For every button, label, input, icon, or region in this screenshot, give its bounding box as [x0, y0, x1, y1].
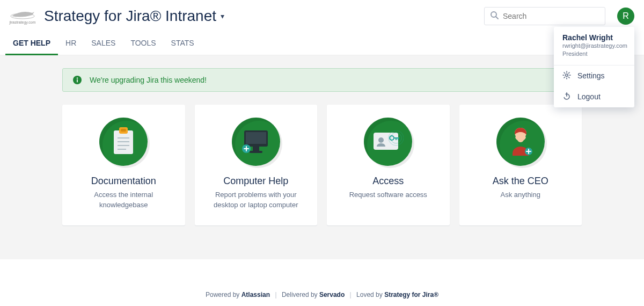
logo-icon: jirastrategy.com — [5, 5, 40, 27]
svg-point-27 — [389, 130, 404, 145]
user-menu: Rachel Wright rwright@jirastrategy.com P… — [554, 27, 634, 107]
svg-rect-11 — [121, 129, 126, 132]
site-title-text: Strategy for Jira® Intranet — [44, 8, 216, 25]
user-name: Rachel Wright — [562, 33, 626, 42]
svg-line-2 — [496, 17, 498, 19]
tab-stats[interactable]: STATS — [164, 34, 202, 55]
svg-point-23 — [390, 136, 394, 140]
footer: Powered by Atlassian | Delivered by Serv… — [0, 291, 644, 298]
search-icon — [490, 11, 499, 21]
svg-point-22 — [378, 137, 384, 143]
banner-text: We're upgrading Jira this weekend! — [90, 76, 207, 84]
footer-link-servado[interactable]: Servado — [319, 291, 345, 298]
card-desc: Request software access — [335, 190, 441, 200]
svg-rect-19 — [250, 151, 262, 153]
user-role: President — [562, 50, 626, 58]
svg-point-29 — [525, 148, 532, 155]
card-computer-help[interactable]: Computer Help Report problems with your … — [195, 105, 318, 225]
svg-rect-17 — [246, 132, 266, 144]
caret-down-icon: ▾ — [221, 12, 224, 20]
logo-caption: jirastrategy.com — [5, 20, 40, 24]
svg-rect-8 — [77, 79, 78, 83]
user-email: rwright@jirastrategy.com — [562, 42, 626, 50]
menu-item-label: Settings — [577, 71, 605, 80]
svg-point-20 — [242, 144, 251, 153]
clipboard-icon — [99, 118, 148, 166]
card-access[interactable]: Access Request software access — [327, 105, 450, 225]
card-title: Access — [335, 176, 441, 187]
monitor-icon — [232, 118, 280, 166]
footer-link-sfj[interactable]: Strategy for Jira® — [384, 291, 438, 298]
svg-point-3 — [566, 74, 568, 76]
svg-rect-21 — [374, 133, 398, 150]
search-box[interactable] — [484, 7, 605, 25]
card-documentation[interactable]: Documentation Access the internal knowle… — [62, 105, 185, 225]
search-input[interactable] — [503, 12, 599, 20]
brand[interactable]: jirastrategy.com Strategy for Jira® Intr… — [5, 5, 224, 27]
card-title: Computer Help — [203, 176, 309, 187]
tab-tools[interactable]: TOOLS — [123, 34, 163, 55]
svg-rect-10 — [119, 127, 128, 134]
gear-icon — [562, 71, 571, 81]
cards-row: Documentation Access the internal knowle… — [62, 105, 582, 225]
menu-item-logout[interactable]: Logout — [554, 86, 634, 107]
card-ask-ceo[interactable]: Ask the CEO Ask anything — [459, 105, 582, 225]
card-title: Documentation — [71, 176, 177, 187]
svg-rect-16 — [244, 130, 268, 147]
announcement-banner: We're upgrading Jira this weekend! — [62, 68, 582, 92]
tab-sales[interactable]: SALES — [84, 34, 123, 55]
tab-get-help[interactable]: GET HELP — [5, 34, 58, 55]
card-desc: Ask anything — [468, 190, 574, 200]
menu-item-label: Logout — [577, 92, 601, 101]
svg-rect-9 — [114, 130, 133, 154]
svg-rect-18 — [253, 147, 259, 151]
tab-hr[interactable]: HR — [58, 34, 84, 55]
card-desc: Access the internal knowledgebase — [71, 190, 177, 210]
id-card-icon — [364, 118, 412, 166]
card-title: Ask the CEO — [468, 176, 574, 187]
nav-tabs: GET HELP HR SALES TOOLS STATS — [0, 27, 644, 55]
card-desc: Report problems with your desktop or lap… — [203, 190, 309, 210]
content-area: We're upgrading Jira this weekend! Docum… — [0, 55, 644, 259]
svg-point-7 — [77, 77, 78, 78]
svg-point-28 — [391, 133, 401, 143]
person-icon — [496, 118, 545, 166]
header: jirastrategy.com Strategy for Jira® Intr… — [0, 0, 644, 27]
footer-link-atlassian[interactable]: Atlassian — [241, 291, 270, 298]
menu-item-settings[interactable]: Settings — [554, 65, 634, 86]
site-title-dropdown[interactable]: Strategy for Jira® Intranet ▾ — [44, 8, 224, 25]
user-avatar[interactable]: R — [617, 8, 634, 25]
user-menu-header: Rachel Wright rwright@jirastrategy.com P… — [554, 27, 634, 65]
power-icon — [562, 92, 571, 102]
info-icon — [72, 75, 82, 85]
